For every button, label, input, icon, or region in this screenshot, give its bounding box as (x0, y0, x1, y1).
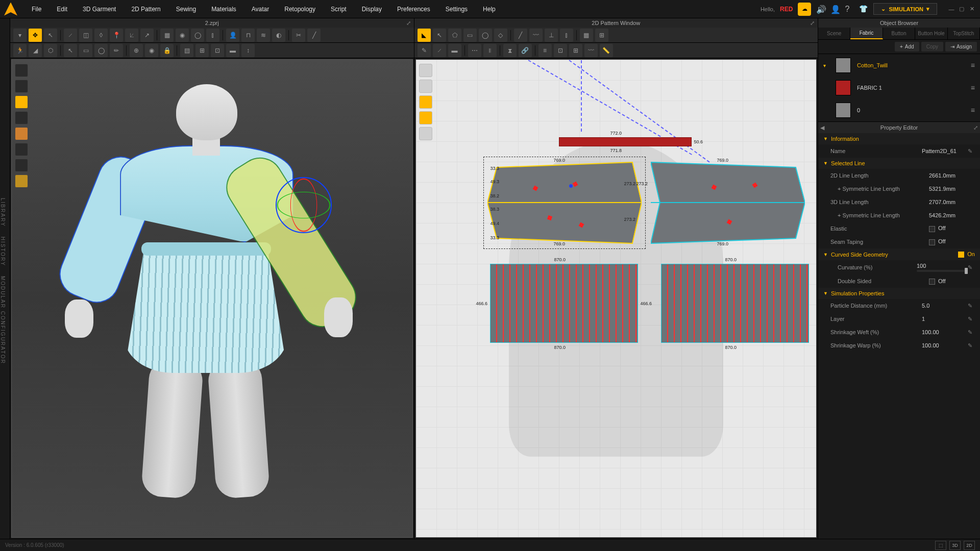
tool-2d-sym[interactable]: ⧗ (503, 44, 517, 57)
menu-3d-garment[interactable]: 3D Garment (76, 3, 123, 16)
tool-2d-iron[interactable]: ▬ (448, 44, 461, 57)
tool-2d-ruler[interactable]: 〰 (584, 44, 598, 57)
tool-align[interactable]: ↕ (241, 44, 255, 57)
menu-edit[interactable]: Edit (50, 3, 75, 16)
tool-move[interactable]: ✥ (29, 29, 42, 42)
render-stress-icon[interactable] (15, 127, 28, 140)
edit-icon[interactable]: ✎ (968, 342, 975, 349)
tool-2d-align[interactable]: ≡ (538, 44, 552, 57)
tool-seam[interactable]: ◊ (94, 29, 108, 42)
tool-texture[interactable]: ▦ (160, 29, 174, 42)
render-fit-icon[interactable] (15, 159, 28, 172)
tool-2d-rect[interactable]: ▭ (463, 29, 477, 42)
fabric-item[interactable]: FABRIC 1 ≡ (818, 77, 980, 99)
tool-2d-trace[interactable]: ✎ (418, 44, 431, 57)
tool-tack[interactable]: ⟀ (125, 29, 138, 42)
tab-button[interactable]: Button (883, 28, 915, 39)
fabric-item[interactable]: 0 ≡ (818, 99, 980, 121)
tool-lock[interactable]: 🔒 (160, 44, 174, 57)
pattern-sleeve-right[interactable]: 769.0 769.0 273.2 (651, 161, 805, 245)
menu-script[interactable]: Script (324, 3, 354, 16)
section-selected-line[interactable]: ▼Selected Line (818, 158, 980, 169)
tool-2d-line[interactable]: ╱ (514, 29, 527, 42)
edit-icon[interactable]: ✎ (968, 303, 975, 309)
tool-pose[interactable]: 🏃 (13, 44, 27, 57)
tool-flatten[interactable]: ▬ (226, 44, 239, 57)
tool-2d-seam[interactable]: ⫿ (560, 29, 573, 42)
tool-mesh-select[interactable]: ↖ (64, 44, 77, 57)
expand-icon[interactable]: ⤢ (810, 20, 815, 27)
section-information[interactable]: ▼Information (818, 133, 980, 144)
tool-strengthen[interactable]: ⊞ (195, 44, 209, 57)
elastic-toggle[interactable]: Off (929, 225, 975, 232)
tool-superimpose[interactable]: ⊡ (211, 44, 224, 57)
transform-gizmo[interactable] (276, 177, 332, 233)
tab-scene[interactable]: Scene (818, 28, 850, 39)
tool-graphic[interactable]: ◉ (176, 29, 189, 42)
canvas-3d[interactable] (11, 59, 413, 538)
seam-toggle[interactable]: Off (929, 238, 975, 245)
tool-hanger[interactable]: ⊓ (241, 29, 255, 42)
tool-pin[interactable]: 📍 (110, 29, 123, 42)
expand-icon[interactable]: ⤢ (406, 20, 411, 27)
side-strip-library[interactable]: LIBRARY HISTORY MODULAR CONFIGURATOR (0, 18, 10, 539)
double-sided-toggle[interactable]: Off (929, 278, 975, 285)
tool-2d-select[interactable]: ◣ (418, 29, 431, 42)
tool-2d-sew[interactable]: ⟋ (433, 44, 446, 57)
tool-sewing[interactable]: ⟋ (64, 29, 77, 42)
simulation-mode-button[interactable]: ⌄ SIMULATION ▾ (873, 3, 937, 15)
tool-arrow[interactable]: ↖ (44, 29, 57, 42)
tool-2d-link[interactable]: 🔗 (519, 44, 532, 57)
menu-avatar[interactable]: Avatar (244, 3, 276, 16)
copy-button[interactable]: Copy (921, 42, 943, 52)
assign-button[interactable]: ⇥Assign (945, 42, 977, 52)
fabric-menu-icon[interactable]: ≡ (971, 106, 975, 114)
menu-sewing[interactable]: Sewing (169, 3, 203, 16)
edit-icon[interactable]: ✎ (968, 148, 975, 155)
pattern-sleeve-left-selected[interactable]: 769.0 769.0 33.3 49.3 38.2 38.3 49.4 33.… (487, 161, 642, 245)
close-button[interactable]: ✕ (968, 5, 976, 13)
view-mode-3d[interactable]: 3D (949, 541, 961, 550)
fabric-menu-icon[interactable]: ≡ (971, 84, 975, 92)
minimize-button[interactable]: — (947, 5, 955, 13)
edit-icon[interactable]: ✎ (968, 329, 975, 336)
tool-lasso[interactable]: ◯ (94, 44, 108, 57)
username[interactable]: RED (780, 6, 793, 13)
pattern-skirt-left[interactable]: 870.0 870.0 466.6 466.6 (490, 264, 638, 343)
menu-file[interactable]: File (24, 3, 48, 16)
menu-materials[interactable]: Materials (204, 3, 243, 16)
fabric-menu-icon[interactable]: ≡ (971, 61, 975, 69)
2d-show-pattern-icon[interactable] (419, 64, 432, 77)
tool-fold[interactable]: ◫ (79, 29, 92, 42)
render-thick-icon[interactable] (15, 111, 28, 124)
tool-2d-grid[interactable]: ⊞ (595, 29, 608, 42)
sound-icon[interactable]: 🔊 (816, 5, 825, 14)
tool-2d-poly[interactable]: ⬠ (448, 29, 461, 42)
section-curved[interactable]: ▼Curved Side GeometryOn (818, 248, 980, 260)
view-mode-split[interactable]: ⬚ (935, 541, 946, 550)
tool-brush[interactable]: ✏ (110, 44, 123, 57)
tab-buttonhole[interactable]: Button Hole (915, 28, 947, 39)
tool-2d-curve[interactable]: 〰 (529, 29, 543, 42)
render-texture-icon[interactable] (15, 80, 28, 93)
tab-fabric[interactable]: Fabric (850, 28, 883, 39)
menu-retopology[interactable]: Retopology (277, 3, 323, 16)
tool-2d-snap[interactable]: ⊡ (554, 44, 567, 57)
tool-2d-circle[interactable]: ◯ (479, 29, 492, 42)
tool-select[interactable]: ▾ (13, 29, 27, 42)
tool-steam[interactable]: ◐ (272, 29, 285, 42)
render-trans-icon[interactable] (15, 174, 28, 188)
view-mode-2d[interactable]: 2D (964, 541, 975, 550)
tshirt-icon[interactable]: 👕 (859, 5, 868, 14)
tool-2d-measure[interactable]: 📏 (600, 44, 613, 57)
tool-wind[interactable]: ≋ (257, 29, 270, 42)
prop-name-value[interactable]: Pattern2D_61 (922, 148, 968, 154)
tool-local[interactable]: ◉ (145, 44, 158, 57)
tool-avatar[interactable]: 👤 (226, 29, 239, 42)
cloud-icon[interactable]: ☁ (798, 3, 811, 16)
account-icon[interactable]: 👤 (830, 5, 840, 14)
tool-2d-topstitch[interactable]: ⋯ (468, 44, 481, 57)
2d-show-baseline-icon[interactable] (419, 95, 432, 109)
edit-icon[interactable]: ✎ (968, 316, 975, 322)
tool-zipper[interactable]: ⫿ (206, 29, 219, 42)
